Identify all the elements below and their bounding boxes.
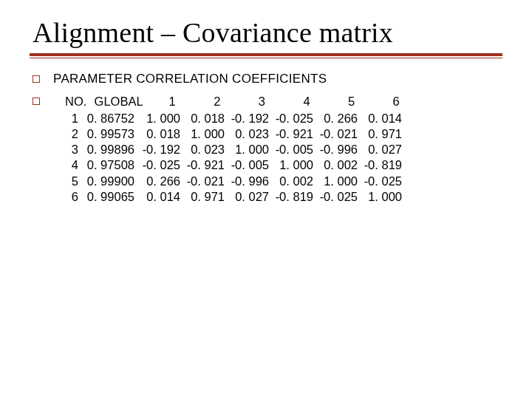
- cell: 0. 014: [362, 111, 406, 126]
- cell-global: 0. 99896: [83, 142, 140, 157]
- cell: 0. 266: [318, 111, 362, 126]
- cell: -0. 025: [362, 174, 406, 189]
- table-row: 5 0. 99900 0. 266 -0. 021 -0. 996 0. 002…: [65, 174, 406, 189]
- cell: -0. 996: [318, 142, 362, 157]
- cell: -0. 921: [273, 126, 318, 142]
- section-subtitle: PARAMETER CORRELATION COEFFICIENTS: [53, 72, 327, 86]
- cell-global: 0. 99900: [83, 174, 140, 189]
- cell: 0. 027: [362, 142, 406, 157]
- cell: 0. 018: [140, 126, 185, 142]
- cell: 1. 000: [362, 189, 406, 205]
- cell-no: 4: [65, 157, 83, 173]
- cell: -0. 192: [229, 111, 273, 126]
- title-rule-thin: [30, 58, 502, 58]
- cell: 0. 027: [229, 189, 273, 205]
- cell-no: 3: [65, 142, 83, 157]
- cell: 0. 971: [185, 189, 229, 205]
- table-row: 1 0. 86752 1. 000 0. 018 -0. 192 -0. 025…: [65, 111, 406, 126]
- slide-title: Alignment – Covariance matrix: [33, 16, 502, 49]
- cell: -0. 921: [185, 157, 229, 173]
- cell: 1. 000: [185, 126, 229, 142]
- cell-global: 0. 86752: [83, 111, 140, 126]
- col-global: GLOBAL: [89, 94, 149, 109]
- table-row: 3 0. 99896 -0. 192 0. 023 1. 000 -0. 005…: [65, 142, 406, 157]
- cell: 1. 000: [273, 157, 318, 173]
- correlation-table: NO. GLOBAL 1 2 3 4 5 6 1 0. 86752 1. 000: [53, 94, 417, 205]
- cell: -0. 819: [273, 189, 318, 205]
- subtitle-row: PARAMETER CORRELATION COEFFICIENTS: [33, 72, 502, 86]
- cell: -0. 025: [140, 157, 185, 173]
- cell: 1. 000: [140, 111, 185, 126]
- table-row: 2 0. 99573 0. 018 1. 000 0. 023 -0. 921 …: [65, 126, 406, 142]
- col-3: 3: [241, 94, 282, 109]
- cell-global: 0. 99065: [83, 189, 140, 205]
- cell: -0. 025: [318, 189, 362, 205]
- cell: -0. 192: [140, 142, 185, 157]
- title-rule-thick: [30, 53, 502, 56]
- slide: Alignment – Covariance matrix PARAMETER …: [0, 0, 532, 399]
- cell: 0. 002: [318, 157, 362, 173]
- cell: -0. 025: [273, 111, 318, 126]
- col-1: 1: [151, 94, 193, 109]
- cell: 0. 002: [273, 174, 318, 189]
- cell-no: 5: [65, 174, 83, 189]
- table-row: NO. GLOBAL 1 2 3 4 5 6 1 0. 86752 1. 000: [33, 94, 502, 205]
- table-header: NO. GLOBAL 1 2 3 4 5 6: [65, 94, 417, 109]
- cell: 0. 018: [185, 111, 229, 126]
- cell: 1. 000: [229, 142, 273, 157]
- col-no: NO.: [65, 94, 86, 109]
- cell: -0. 996: [229, 174, 273, 189]
- cell: 0. 014: [140, 189, 185, 205]
- slide-body: PARAMETER CORRELATION COEFFICIENTS NO. G…: [30, 69, 502, 205]
- cell-global: 0. 97508: [83, 157, 140, 173]
- cell: -0. 005: [229, 157, 273, 173]
- col-6: 6: [375, 94, 417, 109]
- cell: 0. 971: [362, 126, 406, 142]
- cell-global: 0. 99573: [83, 126, 140, 142]
- cell: 0. 266: [140, 174, 185, 189]
- cell-no: 6: [65, 189, 83, 205]
- cell: -0. 021: [318, 126, 362, 142]
- col-5: 5: [331, 94, 372, 109]
- cell: 0. 023: [229, 126, 273, 142]
- cell-no: 1: [65, 111, 83, 126]
- cell: 1. 000: [318, 174, 362, 189]
- table-row: 4 0. 97508 -0. 025 -0. 921 -0. 005 1. 00…: [65, 157, 406, 173]
- cell: -0. 021: [185, 174, 229, 189]
- col-4: 4: [286, 94, 327, 109]
- cell: -0. 819: [362, 157, 406, 173]
- cell-no: 2: [65, 126, 83, 142]
- table-row: 6 0. 99065 0. 014 0. 971 0. 027 -0. 819 …: [65, 189, 406, 205]
- col-2: 2: [197, 94, 238, 109]
- square-bullet-icon: [33, 98, 40, 105]
- table-body: 1 0. 86752 1. 000 0. 018 -0. 192 -0. 025…: [65, 111, 406, 205]
- cell: -0. 005: [273, 142, 318, 157]
- cell: 0. 023: [185, 142, 229, 157]
- square-bullet-icon: [33, 75, 40, 83]
